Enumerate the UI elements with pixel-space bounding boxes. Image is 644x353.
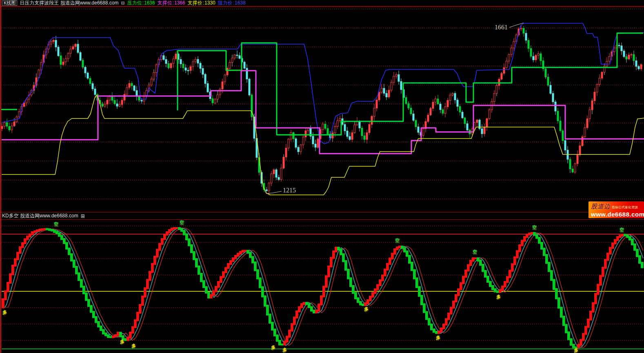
kd-sell-marker: 空 [395, 238, 400, 243]
kd-oscillator-area[interactable]: 空空空空空空多多多多多多多多多 [0, 220, 644, 353]
main-chart-titlebar: K线图 日压力支撑波段王 股道边网www.de6688.com ⊟ 压力位:16… [0, 0, 644, 6]
candlestick-chart-area[interactable]: 16611215 股道边 指标公式量化资源 www.de6688.com [0, 7, 644, 212]
brand-tagline: 指标公式量化资源 [612, 205, 638, 210]
kd-buy-marker: 多 [574, 348, 578, 353]
collapse-icon[interactable]: ⊟ [121, 0, 124, 6]
trading-app-window: K线图 日压力支撑波段王 股道边网www.de6688.com ⊟ 压力位:16… [0, 0, 644, 353]
kd-buy-marker: 多 [2, 310, 7, 315]
stat-support-price: 支撑价:1330 [188, 0, 215, 6]
expand-icon[interactable]: ⊞ [81, 213, 85, 219]
kd-oscillator-canvas[interactable]: 空空空空空空多多多多多多多多多 [0, 220, 644, 353]
kd-buy-marker: 多 [131, 343, 136, 348]
kd-buy-marker: 多 [364, 306, 369, 311]
annotation-leader-line [266, 191, 282, 194]
price-annotation: 1215 [283, 187, 296, 194]
stat-resistance-price: 阻力价:1638 [218, 0, 246, 6]
kd-buy-marker: 多 [271, 345, 275, 350]
kd-sell-marker: 空 [180, 220, 184, 225]
stat-pressure-level: 压力位:1636 [127, 0, 155, 6]
kd-buy-marker: 多 [496, 294, 501, 299]
kd-buy-marker: 多 [436, 335, 440, 340]
kd-step-line [2, 227, 644, 349]
main-chart-top-border [0, 6, 644, 7]
kd-indicator-title: KD多空 股道边网www.de6688.com [2, 212, 78, 219]
pressure-green-b [178, 33, 643, 135]
kd-titlebar-bottom-border [0, 219, 644, 220]
indicator-title: 日压力支撑波段王 股道边网www.de6688.com [20, 0, 118, 6]
chart-left-border [0, 0, 1, 353]
kd-sell-marker: 空 [54, 221, 58, 226]
kd-sell-marker: 空 [620, 227, 624, 232]
stat-support-level: 支撑位:1366 [158, 0, 185, 6]
price-annotation: 1661 [495, 24, 508, 31]
kd-sell-marker: 空 [473, 249, 477, 254]
kd-buy-marker: 多 [282, 347, 287, 352]
kd-panel-titlebar: KD多空 股道边网www.de6688.com ⊞ [0, 212, 644, 219]
kd-buy-marker: 多 [120, 339, 124, 344]
kd-sell-marker: 空 [532, 225, 537, 230]
brand-url: www.de6688.com [591, 211, 644, 218]
brand-logo-badge[interactable]: 股道边 指标公式量化资源 www.de6688.com [588, 201, 644, 218]
kline-window-label: K线图 [2, 0, 17, 6]
brand-name: 股道边 [591, 203, 611, 210]
candlestick-chart-canvas[interactable]: 16611215 [0, 7, 644, 212]
